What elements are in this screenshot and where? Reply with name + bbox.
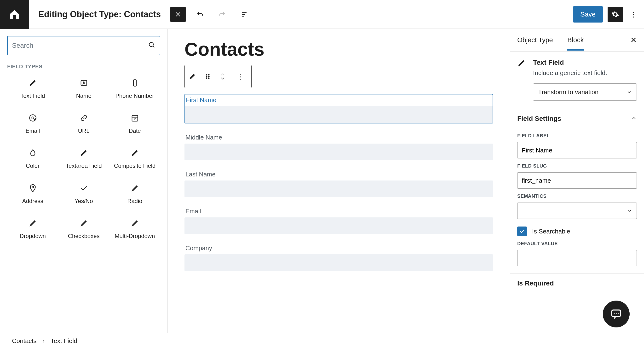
- field-type-label: Multi-Dropdown: [114, 232, 155, 240]
- field-type-address[interactable]: Address: [7, 179, 58, 210]
- drag-icon: [204, 73, 211, 80]
- field-type-name[interactable]: Name: [58, 73, 109, 105]
- field-type-color[interactable]: Color: [7, 143, 58, 175]
- block-tool-drag[interactable]: [200, 65, 216, 88]
- label-field-label: FIELD LABEL: [517, 133, 637, 139]
- chevron-down-icon: [220, 77, 226, 80]
- close-panel-button[interactable]: ✕: [630, 36, 637, 45]
- redo-icon: [218, 11, 226, 18]
- field-block[interactable]: Last Name: [184, 169, 493, 197]
- input-field-label[interactable]: [517, 142, 637, 158]
- breadcrumb-leaf[interactable]: Text Field: [50, 337, 77, 345]
- save-button[interactable]: Save: [573, 6, 603, 23]
- block-description: Include a generic text field.: [533, 69, 637, 77]
- field-input[interactable]: [184, 144, 493, 160]
- field-type-label: Name: [76, 92, 91, 100]
- field-label: Email: [184, 206, 493, 217]
- field-type-label: Text Field: [20, 92, 45, 100]
- label-field-slug: FIELD SLUG: [517, 163, 637, 169]
- svg-point-15: [208, 78, 210, 79]
- svg-point-6: [32, 117, 34, 119]
- textarea-field-icon: [80, 149, 88, 157]
- field-input[interactable]: [184, 217, 493, 234]
- settings-tabs: Object Type Block ✕: [510, 29, 644, 52]
- field-settings-header[interactable]: Field Settings: [510, 109, 644, 128]
- field-type-phone-number[interactable]: Phone Number: [109, 73, 160, 105]
- composite-field-icon: [130, 149, 139, 157]
- field-type-label: Color: [26, 162, 40, 169]
- field-block[interactable]: Company: [184, 243, 493, 271]
- block-tool-edit[interactable]: [185, 65, 200, 88]
- pencil-icon: [517, 59, 526, 101]
- svg-point-13: [208, 76, 210, 77]
- is-required-section: Is Required: [510, 274, 644, 293]
- svg-point-2: [83, 82, 84, 83]
- search-wrap: [7, 36, 160, 55]
- chevron-down-icon: [626, 89, 632, 95]
- field-label: First Name: [185, 94, 492, 106]
- name-icon: [80, 79, 88, 87]
- svg-point-17: [614, 313, 615, 314]
- svg-point-10: [206, 74, 207, 75]
- field-type-date[interactable]: 2Date: [109, 108, 160, 140]
- tab-block[interactable]: Block: [567, 30, 584, 51]
- breadcrumb: Contacts › Text Field: [0, 333, 644, 349]
- tab-object-type[interactable]: Object Type: [517, 30, 553, 51]
- search-input[interactable]: [12, 42, 148, 49]
- color-icon: [28, 149, 37, 157]
- home-button[interactable]: [0, 0, 29, 29]
- redo-button[interactable]: [214, 7, 230, 22]
- select-semantics[interactable]: [517, 203, 637, 219]
- variation-select[interactable]: Transform to variation: [533, 83, 637, 101]
- list-view-button[interactable]: [236, 7, 252, 22]
- field-type-yes-no[interactable]: Yes/No: [58, 179, 109, 210]
- field-type-label: Date: [129, 127, 141, 134]
- input-field-slug[interactable]: [517, 172, 637, 189]
- close-button[interactable]: [170, 7, 186, 22]
- field-type-radio[interactable]: Radio: [109, 179, 160, 210]
- input-default-value[interactable]: [517, 250, 637, 266]
- page-title: Editing Object Type: Contacts: [38, 9, 161, 20]
- more-button[interactable]: ⋮: [628, 7, 639, 22]
- gear-icon: [612, 11, 619, 18]
- label-semantics: SEMANTICS: [517, 193, 637, 199]
- svg-point-9: [32, 186, 34, 188]
- main: Field Types Text FieldNamePhone NumberEm…: [0, 29, 644, 333]
- checkbox-searchable-row[interactable]: Is Searchable: [517, 226, 637, 236]
- svg-point-0: [149, 43, 154, 47]
- field-type-dropdown[interactable]: Dropdown: [7, 214, 58, 245]
- close-icon: [175, 11, 181, 18]
- svg-point-19: [618, 313, 618, 314]
- field-block[interactable]: First Name: [184, 94, 493, 123]
- field-type-url[interactable]: URL: [58, 108, 109, 140]
- field-type-checkboxes[interactable]: Checkboxes: [58, 214, 109, 245]
- field-block[interactable]: Email: [184, 206, 493, 234]
- field-block[interactable]: Middle Name: [184, 132, 493, 160]
- field-type-email[interactable]: Email: [7, 108, 58, 140]
- undo-icon: [196, 11, 204, 18]
- settings-panel: Object Type Block ✕ Text Field Include a…: [510, 29, 644, 333]
- field-type-textarea-field[interactable]: Textarea Field: [58, 143, 109, 175]
- block-tool-move[interactable]: [216, 65, 230, 88]
- checkbox-searchable[interactable]: [517, 226, 527, 236]
- breadcrumb-root[interactable]: Contacts: [12, 337, 37, 345]
- field-type-multi-dropdown[interactable]: Multi-Dropdown: [109, 214, 160, 245]
- check-icon: [519, 228, 525, 234]
- field-input[interactable]: [185, 106, 492, 123]
- field-input[interactable]: [184, 180, 493, 197]
- block-tool-more[interactable]: ⋮: [230, 65, 251, 88]
- field-type-label: Checkboxes: [68, 232, 100, 240]
- multi-dropdown-icon: [130, 219, 139, 227]
- field-type-label: Address: [22, 197, 43, 205]
- home-icon: [8, 9, 20, 20]
- field-type-composite-field[interactable]: Composite Field: [109, 143, 160, 175]
- field-types-heading: Field Types: [7, 64, 160, 70]
- url-icon: [80, 114, 88, 122]
- is-required-header[interactable]: Is Required: [510, 274, 644, 293]
- field-type-text-field[interactable]: Text Field: [7, 73, 58, 105]
- checkboxes-icon: [80, 219, 88, 227]
- chat-fab[interactable]: [603, 300, 630, 327]
- undo-button[interactable]: [192, 7, 208, 22]
- field-input[interactable]: [184, 254, 493, 271]
- settings-button[interactable]: [608, 7, 623, 22]
